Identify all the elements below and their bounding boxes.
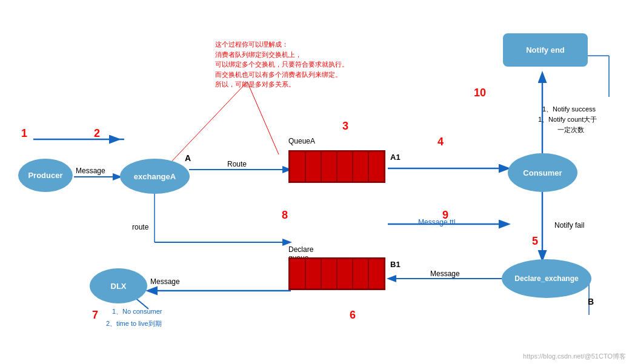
declare-exchange-node: Declare_exchange [502, 259, 591, 298]
notify-success-label: 1、Notify success [542, 105, 596, 114]
annotation-line-4: 而交换机也可以有多个消费者队列来绑定。 [215, 70, 348, 80]
num-5: 5 [532, 235, 538, 248]
exchangeA-node: exchangeA [120, 159, 190, 194]
message-label-1: Message [76, 167, 105, 175]
annotation-box: 这个过程你可以理解成： 消费者队列绑定到交换机上， 可以绑定多个交换机，只要符合… [215, 39, 348, 90]
route-label: Route [227, 160, 247, 168]
message-declare-label: Message [430, 270, 460, 278]
notify-count-label: 1、Notify count大于 [538, 115, 597, 124]
queue-cell [337, 259, 353, 289]
consumer-node: Consumer [508, 153, 577, 192]
queue-cell [305, 151, 321, 182]
exchangeA-label: exchangeA [134, 172, 176, 181]
declare-exchange-label: Declare_exchange [514, 274, 578, 283]
route-lower-label: route [132, 223, 148, 231]
message-ttl-label: Message ttl [418, 218, 455, 227]
num-4: 4 [437, 136, 444, 148]
queue-cell [353, 259, 368, 289]
queue-b1-label: B1 [390, 260, 401, 269]
producer-label: Producer [28, 171, 62, 180]
num-7: 7 [92, 309, 98, 322]
producer-node: Producer [18, 159, 73, 192]
num-1: 1 [21, 127, 27, 140]
queue-cell [337, 151, 353, 182]
num-2: 2 [94, 127, 100, 140]
queue-cell [368, 151, 384, 182]
svg-line-15 [247, 82, 279, 154]
queue-cell [321, 259, 337, 289]
queue-cell [368, 259, 384, 289]
svg-line-14 [170, 82, 247, 164]
queue-cell [290, 259, 305, 289]
annotation-line-5: 所以，可能是多对多关系。 [215, 79, 348, 90]
notify-count-2-label: 一定次数 [557, 125, 584, 134]
num-3: 3 [342, 120, 348, 133]
queue-a1-label: A1 [390, 153, 401, 162]
diagram-container: Producer exchangeA Consumer Notify end D… [0, 0, 632, 364]
annotation-line-1: 这个过程你可以理解成： [215, 39, 348, 50]
time-to-live-label: 2、time to live到期 [106, 319, 162, 328]
queue-b-block [288, 257, 385, 290]
queue-cell [290, 151, 305, 182]
label-b: B [588, 297, 594, 306]
queue-cell [353, 151, 368, 182]
dlx-label: DLX [111, 282, 127, 291]
num-8: 8 [282, 209, 288, 222]
watermark: https://blog.csdn.net/@51CTO博客 [523, 352, 626, 361]
annotation-line-2: 消费者队列绑定到交换机上， [215, 50, 348, 60]
queue-a-block [288, 150, 385, 183]
no-consumer-label: 1、No consumer [112, 307, 162, 316]
label-a: A [185, 153, 191, 163]
notify-end-node: Notify end [503, 33, 588, 67]
annotation-line-3: 可以绑定多个交换机，只要符合要求就执行。 [215, 59, 348, 70]
queue-a-label: QueueA [288, 137, 315, 145]
consumer-label: Consumer [523, 168, 562, 177]
notify-fail-label: Notify fail [554, 221, 584, 230]
dlx-node: DLX [90, 268, 147, 303]
num-10: 10 [474, 87, 486, 99]
notify-end-label: Notify end [526, 45, 565, 55]
message-dlx-label: Message [150, 277, 180, 286]
queue-cell [305, 259, 321, 289]
num-6: 6 [350, 309, 356, 322]
queue-cell [321, 151, 337, 182]
